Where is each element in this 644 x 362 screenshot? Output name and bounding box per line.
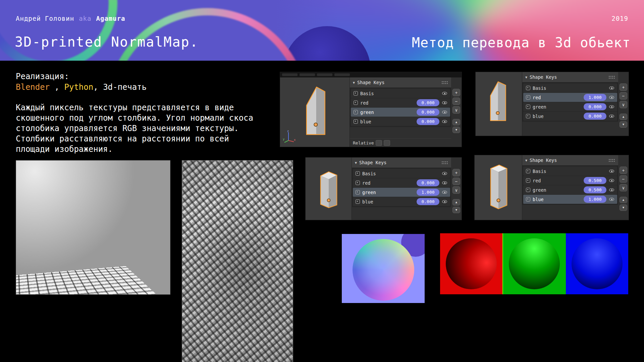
shapekey-name: red [533,178,541,183]
shapekey-row-blue[interactable]: blue 0.000 [353,197,450,206]
grip-icon[interactable] [441,81,448,84]
move-down-button[interactable]: ▼ [620,121,627,128]
shapekey-specials-button[interactable]: ∨ [452,186,460,194]
add-shapekey-button[interactable]: + [452,169,460,176]
shapekey-row-red[interactable]: red 0.000 [351,98,450,107]
grip-icon[interactable] [441,161,448,165]
normal-map-image [342,234,425,303]
collapse-triangle-icon[interactable]: ▼ [355,161,357,165]
eye-icon[interactable] [609,113,614,119]
move-up-button[interactable]: ▲ [452,199,460,205]
eye-icon[interactable] [442,109,447,115]
shapekey-row-green[interactable]: green 0.000 [351,108,450,117]
move-up-button[interactable]: ▲ [620,197,627,203]
shapekey-row-basis[interactable]: Basis [523,167,617,176]
remove-shapekey-button[interactable]: − [620,175,627,183]
add-shapekey-button[interactable]: + [620,167,627,174]
move-up-button[interactable]: ▲ [452,119,460,125]
mesh-object[interactable] [481,75,516,130]
origin-dot [314,123,317,126]
shapekey-name: blue [533,114,544,119]
shapekey-row-blue[interactable]: blue 1.000 [523,195,617,204]
eye-icon[interactable] [442,171,447,176]
remove-shapekey-button[interactable]: − [452,98,460,105]
shapekey-row-red[interactable]: red 0.500 [523,176,617,185]
shapekey-value-slider[interactable]: 0.000 [417,118,439,125]
shapekey-row-red[interactable]: red 0.000 [353,178,450,187]
shapekey-row-blue[interactable]: blue 0.000 [523,112,617,121]
mesh-object[interactable] [296,80,334,141]
blender-3d-viewport[interactable] [306,158,352,220]
shapekey-value-slider[interactable]: 1.000 [417,189,439,196]
shapekey-value-slider[interactable]: 0.000 [417,99,439,106]
move-down-button[interactable]: ▼ [452,127,460,133]
shapekey-value-slider[interactable]: 0.500 [584,186,606,193]
grip-icon[interactable] [608,75,615,79]
eye-icon[interactable] [609,178,614,183]
shapekey-name: blue [533,197,544,202]
move-down-button[interactable]: ▼ [452,207,460,213]
blender-3d-viewport[interactable]: z x y [280,77,350,147]
shapekey-value-slider[interactable]: 1.000 [584,196,606,203]
shapekey-value-slider[interactable]: 0.000 [584,103,606,110]
mesh-object[interactable] [481,158,516,215]
shapekey-icon [526,105,530,109]
remove-shapekey-button[interactable]: − [452,178,460,185]
remove-shapekey-button[interactable]: − [620,92,627,100]
eye-icon[interactable] [442,90,447,96]
aka-label: aka [79,15,91,22]
shape-keys-header[interactable]: ▼ Shape Keys [352,158,451,168]
eye-icon[interactable] [609,95,614,100]
shapekey-name: green [360,110,374,115]
shapekey-row-green[interactable]: green 0.500 [523,185,617,194]
eye-icon[interactable] [609,196,614,202]
mesh-object[interactable] [312,160,345,215]
shapekey-value-slider[interactable]: 0.000 [584,113,606,120]
pin-button[interactable] [376,140,382,146]
shapekey-row-basis[interactable]: Basis [523,83,617,93]
shapekey-row-blue[interactable]: blue 0.000 [351,117,450,126]
eye-icon[interactable] [442,199,447,204]
shapekey-specials-button[interactable]: ∨ [452,106,460,114]
eye-icon[interactable] [442,189,447,195]
add-shapekey-button[interactable]: + [452,89,460,96]
grip-icon[interactable] [608,159,615,162]
window-topbar [280,72,462,77]
shape-keys-header[interactable]: ▼ Shape Keys [522,155,618,166]
eye-icon[interactable] [609,168,614,174]
year-label: 2019 [611,15,628,22]
shapekey-row-basis[interactable]: Basis [353,169,450,178]
eye-icon[interactable] [442,100,447,106]
collapse-triangle-icon[interactable]: ▼ [353,81,355,84]
options-button[interactable] [384,140,390,146]
shapekey-row-green[interactable]: green 1.000 [353,188,450,197]
move-down-button[interactable]: ▼ [620,204,627,211]
shapekey-specials-button[interactable]: ∨ [620,101,627,108]
blender-3d-viewport[interactable] [475,155,522,220]
shapekey-value-slider[interactable]: 1.000 [584,94,606,101]
panel-title: Shape Keys [359,160,386,165]
shape-keys-header[interactable]: ▼ Shape Keys [522,72,618,82]
eye-icon[interactable] [442,180,447,186]
collapse-triangle-icon[interactable]: ▼ [525,159,527,162]
shapekey-value-slider[interactable]: 0.000 [417,198,439,205]
move-up-button[interactable]: ▲ [620,114,627,120]
eye-icon[interactable] [609,104,614,110]
shapekey-row-basis[interactable]: Basis [351,89,450,98]
eye-icon[interactable] [442,119,447,124]
shapekey-row-red[interactable]: red 1.000 [523,93,617,102]
shapekey-value-slider[interactable]: 0.500 [584,177,606,184]
eye-icon[interactable] [609,85,614,91]
axis-gizmo[interactable]: z x y [282,130,296,144]
blender-3d-viewport[interactable] [476,72,522,136]
origin-dot [496,111,499,114]
shapekey-specials-button[interactable]: ∨ [620,184,627,191]
shapekey-value-slider[interactable]: 0.000 [417,109,439,116]
eye-icon[interactable] [609,187,614,193]
shapekey-value-slider[interactable]: 0.000 [417,179,439,186]
panel-title: Shape Keys [357,80,384,85]
shape-keys-header[interactable]: ▼ Shape Keys [350,77,451,88]
add-shapekey-button[interactable]: + [620,83,627,91]
collapse-triangle-icon[interactable]: ▼ [525,75,527,79]
shapekey-row-green[interactable]: green 0.000 [523,102,617,111]
